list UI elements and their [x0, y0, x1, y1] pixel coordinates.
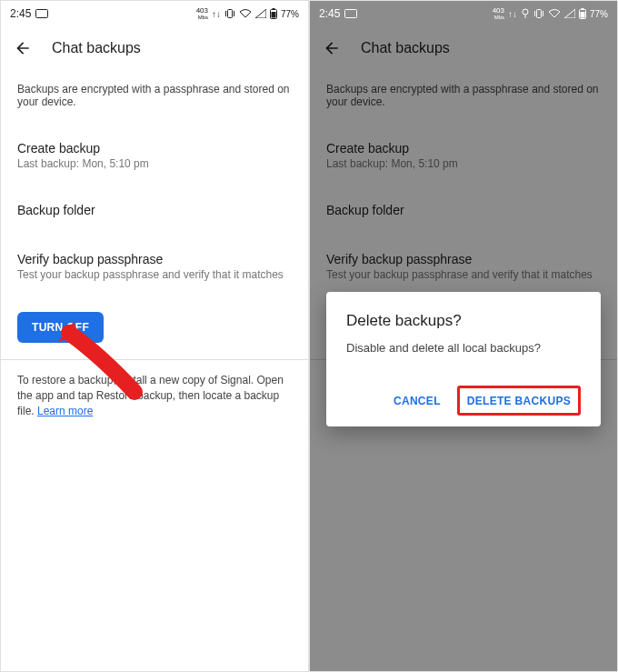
status-bar: 2:45 403Mbs ↑↓ 77% — [1, 1, 308, 26]
verify-passphrase-desc: Test your backup passphrase and verify t… — [17, 268, 292, 281]
signal-icon — [255, 9, 266, 18]
annotation-highlight: DELETE BACKUPS — [457, 386, 581, 416]
delete-backups-button[interactable]: DELETE BACKUPS — [465, 393, 573, 409]
restore-footnote: To restore a backup, install a new copy … — [17, 373, 292, 418]
battery-icon — [270, 8, 277, 19]
svg-rect-7 — [345, 10, 357, 18]
create-backup-label: Create backup — [17, 141, 292, 155]
battery-percent: 77% — [590, 9, 608, 19]
row-backup-folder[interactable]: Backup folder — [326, 194, 601, 243]
signal-icon — [564, 9, 575, 18]
page-title: Chat backups — [361, 40, 450, 56]
svg-rect-9 — [536, 10, 541, 18]
cancel-button[interactable]: CANCEL — [384, 386, 450, 416]
svg-rect-0 — [36, 10, 48, 18]
verify-passphrase-label: Verify backup passphrase — [17, 252, 292, 266]
wifi-icon — [239, 9, 252, 18]
row-create-backup[interactable]: Create backup Last backup: Mon, 5:10 pm — [326, 132, 601, 194]
turn-off-button[interactable]: TURN OFF — [17, 312, 104, 343]
wifi-icon — [548, 9, 561, 18]
screen-right: 2:45 403Mbs ↑↓ 77% Chat backups Backups … — [309, 0, 618, 672]
svg-rect-5 — [271, 12, 275, 18]
updown-icon: ↑↓ — [212, 9, 221, 19]
app-bar: Chat backups — [310, 26, 617, 70]
status-time: 2:45 — [319, 7, 340, 20]
cast-icon — [35, 9, 48, 18]
learn-more-link[interactable]: Learn more — [37, 405, 93, 417]
encryption-note: Backups are encrypted with a passphrase … — [326, 83, 601, 108]
svg-rect-1 — [227, 10, 232, 18]
back-arrow-icon[interactable] — [14, 39, 32, 57]
row-verify-passphrase[interactable]: Verify backup passphrase Test your backu… — [17, 243, 292, 305]
backup-folder-label: Backup folder — [17, 203, 292, 217]
battery-percent: 77% — [281, 9, 299, 19]
svg-rect-14 — [581, 8, 583, 10]
page-title: Chat backups — [52, 40, 141, 56]
app-bar: Chat backups — [1, 26, 308, 70]
network-speed: 403Mbs — [493, 7, 504, 20]
vibrate-icon — [224, 8, 235, 19]
status-time: 2:45 — [10, 7, 31, 20]
last-backup-time: Last backup: Mon, 5:10 pm — [17, 157, 292, 170]
dialog-message: Disable and delete all local backups? — [346, 341, 581, 355]
divider — [1, 359, 308, 360]
updown-icon: ↑↓ — [508, 9, 517, 19]
dialog-title: Delete backups? — [346, 312, 581, 330]
battery-icon — [579, 8, 586, 19]
network-speed: 403Mbs — [196, 7, 208, 20]
row-create-backup[interactable]: Create backup Last backup: Mon, 5:10 pm — [17, 132, 292, 194]
cast-icon — [344, 9, 357, 18]
screen-left: 2:45 403Mbs ↑↓ 77% Chat backups Backups … — [0, 0, 309, 672]
encryption-note: Backups are encrypted with a passphrase … — [17, 83, 292, 108]
svg-rect-13 — [580, 12, 584, 18]
svg-point-8 — [523, 9, 528, 15]
location-icon — [521, 8, 530, 19]
row-backup-folder[interactable]: Backup folder — [17, 194, 292, 243]
delete-backups-dialog: Delete backups? Disable and delete all l… — [326, 292, 601, 426]
back-arrow-icon[interactable] — [323, 39, 341, 57]
svg-rect-6 — [272, 8, 274, 10]
vibrate-icon — [533, 8, 544, 19]
status-bar: 2:45 403Mbs ↑↓ 77% — [310, 1, 617, 26]
